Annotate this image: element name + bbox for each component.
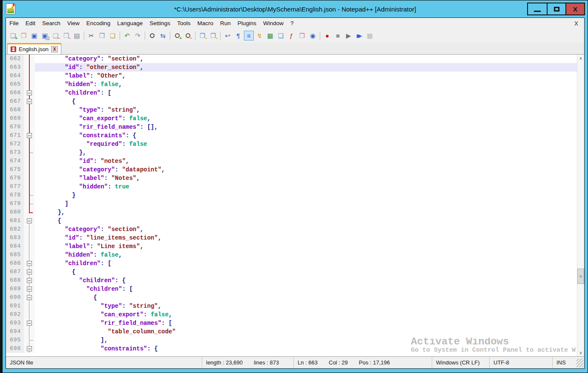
code-text[interactable]: "constraints": { [35, 344, 577, 353]
menu-item-settings[interactable]: Settings [146, 19, 174, 28]
sync-horizontal-scroll-icon[interactable]: ❒▪ [208, 31, 218, 40]
undo-icon[interactable]: ↶ [122, 31, 132, 40]
line-number[interactable]: 677 [6, 182, 24, 191]
code-text[interactable]: "required": false [35, 140, 577, 148]
indent-guide-icon[interactable]: ≡ [244, 31, 254, 40]
macro-run-multiple-icon[interactable]: ▶▶ [354, 31, 364, 40]
code-text[interactable]: "label": "Other", [35, 72, 577, 80]
line-number[interactable]: 692 [6, 310, 24, 319]
code-text[interactable]: "hidden": false, [35, 251, 577, 259]
code-text[interactable]: "id": "notes", [35, 157, 577, 165]
code-text[interactable]: "id": "line_items_section", [35, 234, 577, 242]
cut-icon[interactable]: ✂ [86, 31, 96, 40]
menu-item-file[interactable]: File [6, 19, 22, 28]
code-text[interactable]: } [35, 191, 577, 200]
shortcut-lightning-icon[interactable]: ↯ [255, 31, 264, 40]
fold-collapse-icon[interactable] [27, 261, 32, 266]
macro-record-icon[interactable]: ● [322, 31, 332, 40]
tab-close-icon[interactable]: X [51, 46, 58, 52]
code-text[interactable]: "label": "Line items", [35, 242, 577, 251]
menu-item-encoding[interactable]: Encoding [83, 19, 114, 28]
menu-item-help[interactable]: ? [287, 19, 297, 28]
line-number[interactable]: 673 [6, 148, 24, 157]
code-text[interactable]: ] [35, 200, 577, 208]
code-text[interactable]: "children": [ [35, 259, 577, 268]
code-text[interactable]: "rir_field_names": [], [35, 123, 577, 131]
zoom-in-icon[interactable]: + [172, 31, 182, 40]
fold-collapse-icon[interactable] [27, 218, 32, 223]
vertical-scrollbar[interactable]: ∧ ≡ ∨ [577, 55, 584, 356]
open-file-icon[interactable]: ❐ [19, 31, 29, 40]
resize-grip[interactable] [577, 359, 583, 367]
menu-item-search[interactable]: Search [39, 19, 64, 28]
scrollbar-thumb[interactable]: ≡ [577, 269, 584, 284]
line-number[interactable]: 667 [6, 97, 24, 106]
code-text[interactable]: { [35, 268, 577, 276]
line-number[interactable]: 681 [6, 217, 24, 225]
code-text[interactable]: { [35, 217, 577, 225]
fold-collapse-icon[interactable] [27, 133, 32, 138]
monitoring-eye-icon[interactable]: ◉ [308, 31, 318, 40]
editor-area[interactable]: 662 "category": "section",663 "id": "oth… [6, 54, 584, 356]
code-text[interactable]: { [35, 97, 577, 106]
menu-item-language[interactable]: Language [114, 19, 146, 28]
line-number[interactable]: 694 [6, 327, 24, 336]
code-text[interactable]: "constraints": { [35, 131, 577, 140]
line-number[interactable]: 663 [6, 63, 24, 72]
show-all-characters-icon[interactable]: ¶ [233, 31, 243, 40]
menu-item-tools[interactable]: Tools [174, 19, 194, 28]
line-number[interactable]: 678 [6, 191, 24, 200]
line-number[interactable]: 675 [6, 165, 24, 174]
code-text[interactable]: "category": "section", [35, 225, 577, 234]
line-number[interactable]: 664 [6, 72, 24, 80]
close-all-icon[interactable]: ❐− [61, 31, 71, 40]
maximize-button[interactable] [547, 3, 565, 14]
scroll-down-button[interactable]: ∨ [577, 349, 584, 356]
line-number[interactable]: 696 [6, 344, 24, 353]
save-all-icon[interactable]: ▣❏ [40, 31, 50, 40]
line-number[interactable]: 672 [6, 140, 24, 148]
line-number[interactable]: 674 [6, 157, 24, 165]
code-text[interactable]: }, [35, 148, 577, 157]
line-number[interactable]: 670 [6, 123, 24, 131]
menu-item-macro[interactable]: Macro [194, 19, 217, 28]
line-number[interactable]: 693 [6, 319, 24, 327]
line-number[interactable]: 668 [6, 106, 24, 114]
replace-icon[interactable]: ⇆ [158, 31, 168, 40]
code-text[interactable]: "type": "string", [35, 302, 577, 310]
code-text[interactable]: "type": "string", [35, 106, 577, 114]
document-map-icon[interactable]: ▦ [265, 31, 275, 40]
code-text[interactable]: "hidden": true [35, 182, 577, 191]
fold-collapse-icon[interactable] [27, 269, 32, 275]
line-number[interactable]: 687 [6, 268, 24, 276]
line-number[interactable]: 682 [6, 225, 24, 234]
copy-icon[interactable]: ❐ [97, 31, 107, 40]
line-number[interactable]: 683 [6, 234, 24, 242]
line-number[interactable]: 666 [6, 89, 24, 97]
function-list-icon[interactable]: ƒ [287, 31, 296, 40]
find-icon[interactable] [147, 31, 157, 40]
save-file-icon[interactable]: ▣ [29, 31, 39, 40]
menu-item-plugins[interactable]: Plugins [234, 19, 260, 28]
fold-collapse-icon[interactable] [27, 278, 32, 283]
code-text[interactable]: "hidden": false, [35, 80, 577, 89]
menu-item-window[interactable]: Window [260, 19, 287, 28]
line-number[interactable]: 685 [6, 251, 24, 259]
code-text[interactable]: "category": "section", [35, 55, 577, 63]
scrollbar-track[interactable]: ≡ [577, 62, 584, 349]
fold-collapse-icon[interactable] [27, 346, 32, 351]
code-view[interactable]: 662 "category": "section",663 "id": "oth… [6, 55, 577, 356]
line-number[interactable]: 688 [6, 276, 24, 285]
tab-english-json[interactable]: English.json X [7, 43, 61, 54]
line-number[interactable]: 695 [6, 336, 24, 344]
menu-item-view[interactable]: View [64, 19, 83, 28]
macro-save-icon[interactable]: ▦ [365, 31, 375, 40]
line-number[interactable]: 684 [6, 242, 24, 251]
minimize-button[interactable] [528, 3, 547, 14]
line-number[interactable]: 676 [6, 174, 24, 182]
redo-icon[interactable]: ↷ [133, 31, 143, 40]
fold-collapse-icon[interactable] [27, 99, 32, 104]
code-text[interactable]: "table_column_code" [35, 327, 577, 336]
line-number[interactable]: 680 [6, 208, 24, 217]
zoom-out-icon[interactable]: − [183, 31, 193, 40]
